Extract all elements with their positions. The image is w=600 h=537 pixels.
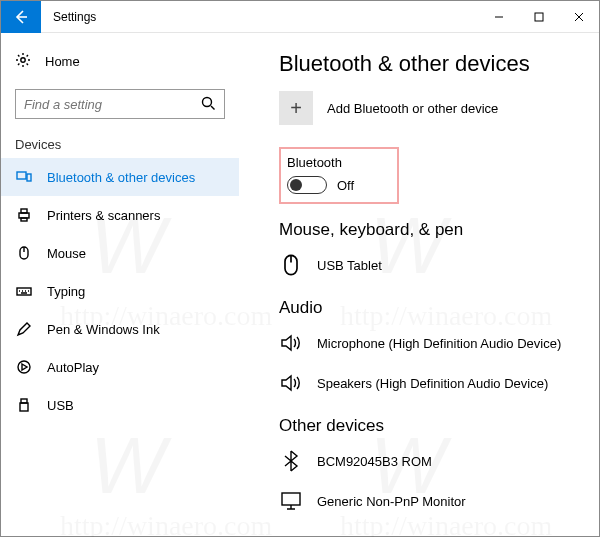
device-label: Speakers (High Definition Audio Device) <box>317 376 548 391</box>
bluetooth-toggle-section: Bluetooth Off <box>279 147 399 204</box>
group-title-other: Other devices <box>279 416 579 436</box>
settings-window: Settings Home Devices Bluetooth & other … <box>0 0 600 537</box>
search-input[interactable] <box>24 97 200 112</box>
gear-icon <box>15 52 31 71</box>
close-icon <box>574 12 584 22</box>
svg-point-1 <box>21 57 25 61</box>
bluetooth-label: Bluetooth <box>287 155 387 170</box>
autoplay-icon <box>15 359 33 375</box>
window-controls <box>479 1 599 33</box>
titlebar: Settings <box>1 1 599 33</box>
device-label: BCM92045B3 ROM <box>317 454 432 469</box>
sidebar-item-label: Typing <box>47 284 85 299</box>
usb-icon <box>15 397 33 413</box>
sidebar-section-label: Devices <box>1 131 239 158</box>
mouse-icon <box>279 253 303 277</box>
device-row-usb-tablet[interactable]: USB Tablet <box>279 248 579 282</box>
main-content: Bluetooth & other devices + Add Bluetoot… <box>239 33 599 536</box>
svg-rect-4 <box>27 174 31 181</box>
back-button[interactable] <box>1 1 41 33</box>
add-device-label: Add Bluetooth or other device <box>327 101 498 116</box>
bluetooth-toggle[interactable] <box>287 176 327 194</box>
sidebar-item-label: Bluetooth & other devices <box>47 170 195 185</box>
body: Home Devices Bluetooth & other devices P… <box>1 33 599 536</box>
pen-icon <box>15 321 33 337</box>
speaker-icon <box>279 333 303 353</box>
keyboard-icon <box>15 283 33 299</box>
sidebar-item-mouse[interactable]: Mouse <box>1 234 239 272</box>
home-label: Home <box>45 54 80 69</box>
speaker-icon <box>279 373 303 393</box>
toggle-knob <box>290 179 302 191</box>
minimize-icon <box>494 12 504 22</box>
svg-rect-5 <box>19 213 29 218</box>
page-heading: Bluetooth & other devices <box>279 51 579 77</box>
mouse-icon <box>15 245 33 261</box>
svg-rect-6 <box>21 209 27 213</box>
devices-icon <box>15 169 33 185</box>
plus-icon: + <box>279 91 313 125</box>
device-row-bcm[interactable]: BCM92045B3 ROM <box>279 444 579 478</box>
arrow-left-icon <box>13 9 29 25</box>
sidebar-item-typing[interactable]: Typing <box>1 272 239 310</box>
device-row-speakers[interactable]: Speakers (High Definition Audio Device) <box>279 366 579 400</box>
sidebar-item-bluetooth[interactable]: Bluetooth & other devices <box>1 158 239 196</box>
sidebar-item-usb[interactable]: USB <box>1 386 239 424</box>
add-device-button[interactable]: + Add Bluetooth or other device <box>279 91 579 125</box>
search-icon <box>200 95 216 114</box>
svg-rect-12 <box>20 403 28 411</box>
sidebar-item-label: Pen & Windows Ink <box>47 322 160 337</box>
sidebar-item-label: USB <box>47 398 74 413</box>
svg-rect-7 <box>21 218 27 221</box>
search-box[interactable] <box>15 89 225 119</box>
group-other: Other devices BCM92045B3 ROM Generic Non… <box>279 416 579 518</box>
group-mouse: Mouse, keyboard, & pen USB Tablet <box>279 220 579 282</box>
close-button[interactable] <box>559 1 599 33</box>
device-label: Generic Non-PnP Monitor <box>317 494 466 509</box>
maximize-icon <box>534 12 544 22</box>
printer-icon <box>15 207 33 223</box>
group-audio: Audio Microphone (High Definition Audio … <box>279 298 579 400</box>
device-row-microphone[interactable]: Microphone (High Definition Audio Device… <box>279 326 579 360</box>
group-title-audio: Audio <box>279 298 579 318</box>
minimize-button[interactable] <box>479 1 519 33</box>
sidebar: Home Devices Bluetooth & other devices P… <box>1 33 239 536</box>
sidebar-item-pen[interactable]: Pen & Windows Ink <box>1 310 239 348</box>
device-label: Microphone (High Definition Audio Device… <box>317 336 561 351</box>
sidebar-item-autoplay[interactable]: AutoPlay <box>1 348 239 386</box>
device-label: USB Tablet <box>317 258 382 273</box>
group-title-mouse: Mouse, keyboard, & pen <box>279 220 579 240</box>
sidebar-item-printers[interactable]: Printers & scanners <box>1 196 239 234</box>
svg-rect-14 <box>282 493 300 505</box>
bluetooth-state: Off <box>337 178 354 193</box>
svg-rect-3 <box>17 172 26 179</box>
window-title: Settings <box>53 10 479 24</box>
svg-point-2 <box>203 97 212 106</box>
svg-rect-0 <box>535 13 543 21</box>
bluetooth-icon <box>279 450 303 472</box>
maximize-button[interactable] <box>519 1 559 33</box>
sidebar-item-label: AutoPlay <box>47 360 99 375</box>
sidebar-item-label: Mouse <box>47 246 86 261</box>
sidebar-item-label: Printers & scanners <box>47 208 160 223</box>
home-button[interactable]: Home <box>1 43 239 79</box>
device-row-monitor[interactable]: Generic Non-PnP Monitor <box>279 484 579 518</box>
bluetooth-toggle-row: Off <box>287 176 387 194</box>
monitor-icon <box>279 491 303 511</box>
